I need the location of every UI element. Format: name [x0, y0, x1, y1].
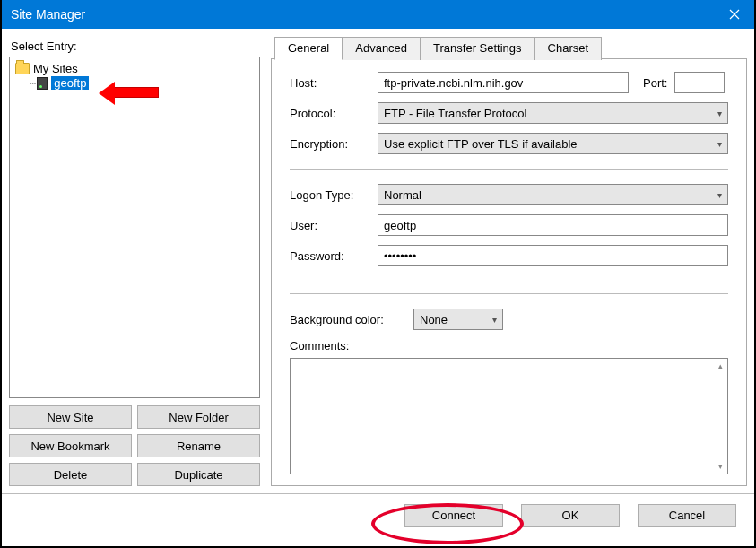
encryption-value: Use explicit FTP over TLS if available [384, 137, 578, 151]
duplicate-button[interactable]: Duplicate [137, 463, 260, 486]
logon-type-label: Logon Type: [290, 188, 370, 202]
chevron-down-icon: ▾ [492, 315, 497, 325]
bgcolor-select[interactable]: None ▾ [413, 309, 503, 330]
protocol-value: FTP - File Transfer Protocol [384, 107, 526, 120]
ok-button[interactable]: OK [521, 504, 620, 527]
separator [290, 169, 728, 170]
encryption-label: Encryption: [290, 137, 370, 151]
scroll-up-icon[interactable]: ▴ [714, 361, 726, 371]
scroll-down-icon[interactable]: ▾ [714, 461, 726, 472]
new-bookmark-button[interactable]: New Bookmark [9, 434, 132, 457]
host-input[interactable] [378, 72, 629, 93]
chevron-down-icon: ▾ [717, 139, 722, 149]
password-label: Password: [290, 249, 370, 263]
chevron-down-icon: ▾ [717, 190, 722, 200]
titlebar: Site Manager [2, 0, 754, 29]
bgcolor-value: None [420, 313, 448, 326]
port-label: Port: [643, 76, 667, 90]
site-label: geoftp [51, 76, 89, 90]
window-title: Site Manager [11, 7, 714, 22]
comments-textarea[interactable]: ▴ ▾ [290, 358, 728, 474]
comments-label: Comments: [290, 339, 349, 352]
connect-button[interactable]: Connect [404, 504, 503, 527]
site-tree[interactable]: My Sites ⋯ geoftp [9, 57, 260, 398]
protocol-select[interactable]: FTP - File Transfer Protocol ▾ [378, 102, 728, 124]
tab-advanced[interactable]: Advanced [342, 37, 421, 60]
tab-bar: General Advanced Transfer Settings Chars… [271, 36, 747, 59]
protocol-label: Protocol: [290, 107, 370, 120]
cancel-button[interactable]: Cancel [638, 504, 736, 527]
password-input[interactable] [378, 245, 728, 266]
tab-general[interactable]: General [274, 37, 343, 60]
tree-branch-icon: ⋯ [30, 77, 35, 90]
user-label: User: [290, 219, 370, 232]
user-input[interactable] [378, 214, 728, 236]
bgcolor-label: Background color: [290, 313, 406, 326]
logon-type-value: Normal [384, 188, 421, 202]
new-folder-button[interactable]: New Folder [137, 405, 260, 429]
port-input[interactable] [674, 72, 725, 93]
new-site-button[interactable]: New Site [9, 405, 132, 429]
close-button[interactable] [714, 0, 754, 29]
dialog-footer: Connect OK Cancel [2, 493, 754, 536]
rename-button[interactable]: Rename [137, 434, 260, 457]
tab-transfer[interactable]: Transfer Settings [420, 37, 535, 60]
left-panel: Select Entry: My Sites ⋯ geoftp New Site… [9, 36, 260, 486]
general-tab-body: Host: Port: Protocol: FTP - File Transfe… [271, 59, 747, 486]
logon-type-select[interactable]: Normal ▾ [378, 184, 728, 205]
tab-charset[interactable]: Charset [534, 37, 603, 60]
encryption-select[interactable]: Use explicit FTP over TLS if available ▾ [378, 133, 728, 154]
right-panel: General Advanced Transfer Settings Chars… [271, 36, 747, 486]
annotation-arrow [114, 87, 159, 98]
delete-button[interactable]: Delete [9, 463, 132, 486]
separator [290, 293, 728, 294]
select-entry-label: Select Entry: [11, 39, 260, 53]
host-label: Host: [290, 76, 370, 90]
close-icon [729, 9, 740, 20]
folder-label: My Sites [33, 62, 78, 75]
tree-folder-mysites[interactable]: My Sites [13, 61, 256, 76]
folder-icon [15, 63, 30, 74]
server-icon [37, 77, 48, 90]
chevron-down-icon: ▾ [717, 109, 722, 118]
